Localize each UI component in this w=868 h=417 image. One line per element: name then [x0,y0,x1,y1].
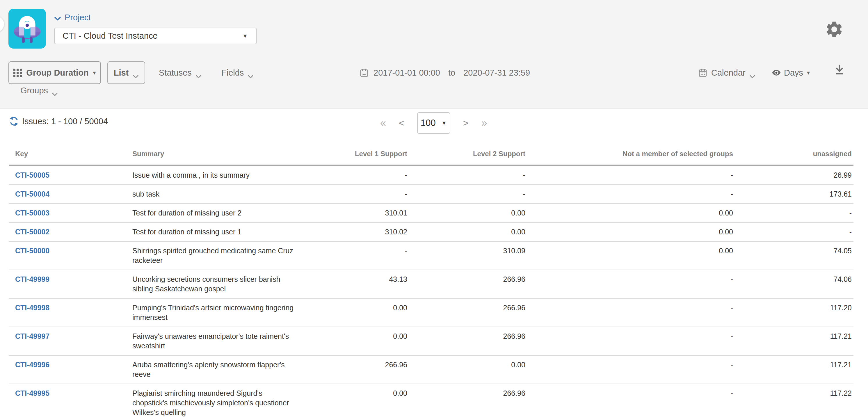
issue-key-link[interactable]: CTI-50002 [15,228,50,236]
date-to-word: to [448,68,455,78]
issue-key-cell: CTI-50004 [9,185,132,203]
calendar-icon [698,68,707,78]
issue-level2-cell: 0.00 [407,223,525,241]
page-size-select[interactable]: 100 ▼ [417,112,450,134]
issue-summary-cell: Uncorking secretions consumers slicer ba… [132,270,298,298]
issue-level2-cell: 0.00 [407,356,525,384]
issues-table-body: CTI-50005 Issue with a comma , in its su… [9,166,854,417]
pagination-prev-button[interactable]: < [399,118,404,128]
issue-key-link[interactable]: CTI-49997 [15,332,50,340]
issue-summary-cell: sub task [132,185,298,203]
calendar-range-icon [360,68,369,78]
issue-summary-cell: Plagiarist smirching maundered Sigurd's … [132,384,298,417]
issue-unassigned-cell: 117.20 [733,299,854,327]
issue-key-link[interactable]: CTI-49995 [15,389,50,397]
refresh-icon[interactable] [9,116,19,127]
issue-unassigned-cell: 74.05 [733,242,854,269]
issue-not-member-cell: 0.00 [525,204,733,222]
issue-level2-cell: 266.96 [407,270,525,298]
date-range-picker[interactable]: 2017-01-01 00:00 to 2020-07-31 23:59 [360,61,530,84]
issue-key-link[interactable]: CTI-49998 [15,303,50,312]
project-select[interactable]: CTI - Cloud Test Instance ▼ [54,28,256,44]
issue-level2-cell: 310.09 [407,242,525,269]
top-bar: Project CTI - Cloud Test Instance ▼ Grou… [0,0,868,108]
issue-key-link[interactable]: CTI-50004 [15,190,50,198]
column-header-summary: Summary [132,147,298,165]
issue-unassigned-cell: 117.21 [733,356,854,384]
monster-logo-icon [8,9,46,49]
issue-unassigned-cell: - [733,223,854,241]
issue-not-member-cell: 0.00 [525,223,733,241]
column-header-level2: Level 2 Support [407,147,525,165]
table-row: CTI-49998 Pumping's Trinidad's artsier m… [9,299,854,327]
view-mode-label: List [114,68,129,78]
statuses-label: Statuses [159,68,192,78]
chevron-down-icon [195,71,202,75]
pagination-next-button[interactable]: > [463,118,469,128]
fields-label: Fields [221,68,244,78]
groups-label: Groups [20,86,48,95]
issues-table: Key Summary Level 1 Support Level 2 Supp… [9,147,854,417]
table-row: CTI-50003 Test for duration of missing u… [9,204,854,223]
group-duration-button[interactable]: Group Duration ▾ [8,61,101,84]
issue-key-link[interactable]: CTI-50000 [15,247,50,255]
caret-down-icon: ▾ [807,69,810,76]
column-header-not-member: Not a member of selected groups [525,147,733,165]
settings-gear-icon[interactable] [825,20,844,39]
date-from-value: 2017-01-01 00:00 [373,68,440,78]
groups-dropdown[interactable]: Groups [20,82,58,99]
export-download-icon[interactable] [834,64,845,76]
issue-summary-cell: Issue with a comma , in its summary [132,166,298,184]
issue-unassigned-cell: 173.61 [733,185,854,203]
group-duration-label: Group Duration [26,68,88,78]
pagination-first-button[interactable]: « [380,118,386,128]
issue-level1-cell: 0.00 [298,384,407,417]
issue-unassigned-cell: 74.06 [733,270,854,298]
pagination-last-button[interactable]: » [481,118,487,128]
app-logo [8,9,46,49]
units-dropdown[interactable]: Days ▾ [771,61,810,84]
sidebar-collapse-handle[interactable] [0,16,4,32]
issue-level1-cell: - [298,185,407,203]
issue-key-cell: CTI-49996 [9,356,132,384]
issue-unassigned-cell: 26.99 [733,166,854,184]
issue-not-member-cell: 0.00 [525,242,733,269]
issues-table-header: Key Summary Level 1 Support Level 2 Supp… [9,147,854,166]
issue-key-link[interactable]: CTI-49999 [15,275,50,283]
issue-level2-cell: - [407,166,525,184]
table-row: CTI-50004 sub task - - - 173.61 [9,185,854,204]
date-to-value: 2020-07-31 23:59 [463,68,530,78]
issue-level1-cell: 43.13 [298,270,407,298]
issue-unassigned-cell: - [733,204,854,222]
issue-level1-cell: 0.00 [298,299,407,327]
issue-not-member-cell: - [525,384,733,417]
issue-key-cell: CTI-50003 [9,204,132,222]
statuses-dropdown[interactable]: Statuses [159,61,202,84]
page-size-value: 100 [421,118,436,128]
chevron-down-icon [749,71,755,75]
view-mode-button[interactable]: List [107,61,145,84]
table-row: CTI-49999 Uncorking secretions consumers… [9,270,854,299]
issue-key-cell: CTI-50002 [9,223,132,241]
issue-not-member-cell: - [525,166,733,184]
issue-not-member-cell: - [525,327,733,355]
issue-key-link[interactable]: CTI-50005 [15,171,50,179]
fields-dropdown[interactable]: Fields [221,61,254,84]
issue-key-link[interactable]: CTI-50003 [15,209,50,217]
chevron-down-icon [133,71,139,75]
issue-level2-cell: - [407,185,525,203]
issue-level2-cell: 0.00 [407,204,525,222]
main-content: Issues: 1 - 100 / 50004 « < 100 ▼ > » Ke… [0,108,868,417]
table-row: CTI-50000 Shirrings spirited grouched me… [9,242,854,270]
select-caret-icon: ▼ [441,120,447,126]
chevron-down-icon [248,71,254,75]
project-collapse-chevron-icon[interactable] [54,16,61,21]
table-row: CTI-49996 Aruba smattering's aplenty sno… [9,356,854,384]
column-header-level1: Level 1 Support [298,147,407,165]
calendar-dropdown[interactable]: Calendar [698,61,755,84]
issue-not-member-cell: - [525,270,733,298]
chevron-down-icon [52,89,58,93]
app-screen: Project CTI - Cloud Test Instance ▼ Grou… [0,0,868,417]
issue-summary-cell: Fairway's unawares emancipator's tote ra… [132,327,298,355]
issue-key-link[interactable]: CTI-49996 [15,361,50,369]
